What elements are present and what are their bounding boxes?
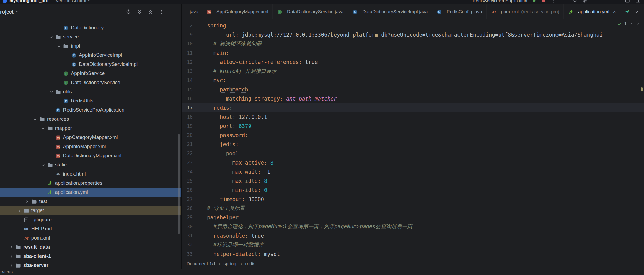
prev-problem-icon[interactable] (629, 22, 633, 26)
chevron-down-icon[interactable] (31, 115, 39, 124)
tree-item-appinfoservice[interactable]: IAppInfoService (0, 69, 181, 78)
tree-item-sba-client-1[interactable]: sba-client-1 (0, 252, 181, 261)
chevron-right-icon[interactable] (15, 206, 23, 215)
code-line-11[interactable]: 11 main: (182, 48, 644, 57)
tree-item-datadictionary[interactable]: CDataDictionary (0, 23, 181, 32)
tree-item-datadictionaryserviceimpl[interactable]: CDataDictionaryServiceImpl (0, 60, 181, 69)
collapse-all-icon[interactable] (148, 9, 154, 15)
tree-item-test[interactable]: test (0, 197, 181, 206)
code-line-17[interactable]: 17 redis: (182, 103, 644, 112)
code-line-9[interactable]: 9 url: jdbc:mysql://127.0.0.1:3306/beyon… (182, 30, 644, 39)
tree-item-application-yml[interactable]: application.yml (0, 188, 181, 197)
layout-left-icon[interactable] (624, 0, 631, 4)
tab-datadictionaryserviceimpl-java[interactable]: CDataDictionaryServiceImpl.java (348, 4, 432, 19)
tree-item-datadictionarymapper-xml[interactable]: mDataDictionaryMapper.xml (0, 151, 181, 160)
code-line-26[interactable]: 26 min-idle: 0 (182, 185, 644, 194)
tree-item-datadictionaryservice[interactable]: IDataDictionaryService (0, 78, 181, 87)
tree-item-appcategorymapper-xml[interactable]: mAppCategoryMapper.xml (0, 133, 181, 142)
tab-redisconfig-java[interactable]: CRedisConfig.java (432, 4, 487, 19)
code-line-33[interactable]: 33 helper-dialect: mysql (182, 249, 644, 258)
code-line-2[interactable]: 2spring: (182, 21, 644, 30)
locate-file-icon[interactable] (125, 9, 131, 15)
tab-java[interactable]: java (182, 4, 202, 19)
ai-assistant-icon[interactable] (624, 9, 630, 15)
panel-editor-divider[interactable] (181, 4, 182, 269)
tab-appcategorymapper-xml[interactable]: mAppCategoryMapper.xml (202, 4, 273, 19)
code-line-29[interactable]: 29pagehelper: (182, 213, 644, 222)
code-line-24[interactable]: 24 max-wait: -1 (182, 167, 644, 176)
chevron-down-icon[interactable] (39, 160, 47, 169)
tree-item-utils[interactable]: utils (0, 87, 181, 96)
chevron-right-icon[interactable] (7, 252, 15, 261)
chevron-down-icon[interactable] (47, 32, 55, 42)
tree-item-target[interactable]: target (0, 206, 181, 215)
chevron-right-icon[interactable] (7, 243, 15, 252)
tree-item-redisserviceproapplication[interactable]: CRedisServiceProApplication (0, 106, 181, 115)
code-line-16[interactable]: 16 matching-strategy: ant_path_matcher (182, 94, 644, 103)
tree-item-index-html[interactable]: <>index.html (0, 169, 181, 179)
hidden-tabs-chevron-icon[interactable] (634, 9, 639, 14)
code-line-25[interactable]: 25 max-idle: 8 (182, 176, 644, 185)
project-panel-title[interactable]: Project (0, 9, 19, 15)
code-line-21[interactable]: 21 jedis: (182, 140, 644, 149)
warning-stripe-mark[interactable] (641, 87, 643, 91)
run-config-name[interactable]: RedisServiceProApplication (473, 0, 527, 3)
breadcrumb-item[interactable]: redis: (245, 261, 257, 267)
code-line-30[interactable]: 30 #启用合理化，如果pageNum<1会查询第一页，如果pageNum>pa… (182, 222, 644, 231)
code-line-31[interactable]: 31 reasonable: true (182, 231, 644, 240)
chevron-down-icon[interactable] (47, 87, 55, 96)
chevron-down-icon[interactable] (39, 124, 47, 133)
code-line-27[interactable]: 27 timeout: 30000 (182, 194, 644, 204)
code-line-28[interactable]: 28# 分页工具配置 (182, 204, 644, 213)
titlebar-project-name[interactable]: myspringboot_pro (9, 0, 48, 3)
chevron-down-icon[interactable] (55, 42, 63, 51)
code-line-20[interactable]: 20 password: (182, 130, 644, 140)
code-line-18[interactable]: 18 host: 127.0.0.1 (182, 112, 644, 121)
tree-item-mapper[interactable]: mapper (0, 124, 181, 133)
code-line-10[interactable]: 10 # 解决循环依赖问题 (182, 39, 644, 48)
close-tab-icon[interactable]: × (613, 9, 616, 14)
tree-item-appinfoserviceimpl[interactable]: CAppInfoServiceImpl (0, 51, 181, 60)
hide-panel-icon[interactable] (170, 9, 176, 15)
tree-item-result-data[interactable]: result_data (0, 243, 181, 252)
settings-icon[interactable] (581, 0, 588, 4)
tree-item-help-md[interactable]: MHELP.md (0, 224, 181, 233)
chevron-right-icon[interactable] (7, 261, 15, 269)
code-line-22[interactable]: 22 pool: (182, 149, 644, 158)
breadcrumb-item[interactable]: spring: (224, 261, 238, 267)
inspections-widget[interactable]: 1 (617, 21, 640, 27)
code-line-13[interactable]: 13 # knife4j 开启接口显示 (182, 66, 644, 76)
breadcrumb-item[interactable]: Document 1/1 (187, 261, 216, 267)
code-line-12[interactable]: 12 allow-circular-references: true (182, 57, 644, 66)
tab-pom-xml[interactable]: Mpom.xml (redis-service-pro) (487, 4, 564, 19)
tree-item-service[interactable]: service (0, 32, 181, 42)
tree-item-sba-server[interactable]: sba-server (0, 261, 181, 269)
code-line-19[interactable]: 19 port: 6379 (182, 121, 644, 130)
code-line-32[interactable]: 32 #标识是哪一种数据库 (182, 240, 644, 249)
search-icon[interactable] (572, 0, 579, 4)
code-line-15[interactable]: 15 pathmatch: (182, 85, 644, 94)
layout-right-icon[interactable] (635, 0, 641, 4)
tree-item-application-properties[interactable]: application.properties (0, 179, 181, 188)
tree-item-impl[interactable]: impl (0, 42, 181, 51)
next-problem-icon[interactable] (636, 22, 640, 26)
tab-datadictionaryservice-java[interactable]: IDataDictionaryService.java (273, 4, 348, 19)
chevron-right-icon[interactable] (23, 197, 31, 206)
menu-version-control[interactable]: Version Control (56, 0, 90, 3)
expand-all-icon[interactable] (136, 9, 143, 15)
tree-item-pom-xml[interactable]: Mpom.xml (0, 233, 181, 243)
tab-application-yml[interactable]: application.yml× (564, 4, 620, 19)
tree-item-gitignore[interactable]: .gitignore (0, 215, 181, 224)
code-line-23[interactable]: 23 max-active: 8 (182, 158, 644, 167)
tree-item-appinfomapper-xml[interactable]: mAppInfoMapper.xml (0, 142, 181, 151)
project-scrollbar-thumb[interactable] (178, 134, 180, 234)
tree-item-static[interactable]: static (0, 160, 181, 169)
code-line-14[interactable]: 14 mvc: (182, 76, 644, 85)
run-icon[interactable] (531, 0, 538, 4)
tree-item-redisutils[interactable]: CRedisUtils (0, 96, 181, 106)
tool-window-options-icon[interactable] (159, 9, 165, 15)
tree-item-resources[interactable]: resources (0, 115, 181, 124)
more-actions-icon[interactable] (550, 0, 557, 4)
tool-window-services[interactable]: Services (0, 269, 13, 275)
stop-icon[interactable] (540, 0, 547, 4)
